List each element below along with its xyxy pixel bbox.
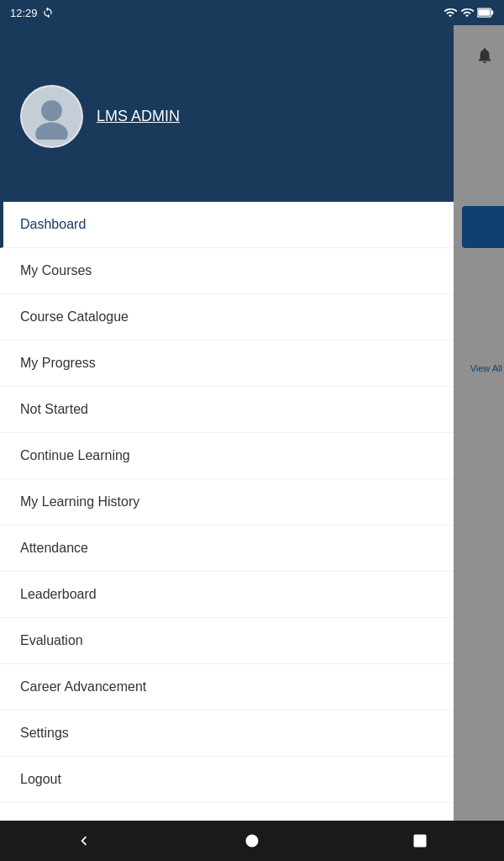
user-profile-area: LMS ADMIN xyxy=(20,85,180,148)
wifi-icon xyxy=(444,6,457,19)
navigation-drawer: LMS ADMIN DashboardMy CoursesCourse Cata… xyxy=(0,0,454,861)
nav-item-label: Course Catalogue xyxy=(20,309,129,325)
status-bar: 12:29 xyxy=(0,0,504,25)
nav-item-dashboard[interactable]: Dashboard xyxy=(0,202,454,248)
battery-icon xyxy=(477,7,494,18)
svg-point-5 xyxy=(246,835,259,848)
nav-item-label: My Learning History xyxy=(20,494,139,510)
nav-item-continue-learning[interactable]: Continue Learning xyxy=(0,433,454,479)
status-icons xyxy=(444,6,494,19)
nav-item-career-advancement[interactable]: Career Advancement xyxy=(0,664,454,710)
nav-item-not-started[interactable]: Not Started xyxy=(0,387,454,433)
recents-button[interactable] xyxy=(399,824,441,858)
svg-rect-6 xyxy=(414,835,427,848)
nav-item-label: Attendance xyxy=(20,541,88,556)
svg-point-4 xyxy=(35,122,68,140)
nav-item-label: Continue Learning xyxy=(20,448,130,463)
nav-item-label: My Courses xyxy=(20,263,92,278)
nav-item-label: Settings xyxy=(20,726,69,741)
nav-item-logout[interactable]: Logout xyxy=(0,757,454,803)
nav-item-settings[interactable]: Settings xyxy=(0,710,454,757)
nav-item-label: Evaluation xyxy=(20,633,83,648)
nav-item-label: Leaderboard xyxy=(20,587,97,602)
nav-item-my-courses[interactable]: My Courses xyxy=(0,248,454,294)
nav-item-label: Logout xyxy=(20,772,61,787)
bottom-navigation xyxy=(0,821,504,861)
nav-item-course-catalogue[interactable]: Course Catalogue xyxy=(0,294,454,341)
drawer-header: LMS ADMIN xyxy=(0,0,454,202)
status-time-area: 12:29 xyxy=(10,7,54,19)
nav-item-leaderboard[interactable]: Leaderboard xyxy=(0,572,454,618)
nav-item-my-progress[interactable]: My Progress xyxy=(0,341,454,387)
nav-item-label: Career Advancement xyxy=(20,679,146,695)
svg-rect-1 xyxy=(491,11,494,15)
nav-item-label: My Progress xyxy=(20,356,96,371)
avatar-icon xyxy=(29,93,75,140)
svg-rect-2 xyxy=(478,9,490,16)
time-display: 12:29 xyxy=(10,7,38,19)
nav-item-label: Dashboard xyxy=(20,217,86,232)
sync-icon xyxy=(42,7,54,18)
home-button[interactable] xyxy=(231,824,273,858)
back-button[interactable] xyxy=(63,824,105,858)
svg-point-3 xyxy=(41,100,62,121)
avatar xyxy=(20,85,83,148)
signal-icon xyxy=(460,6,474,19)
user-name[interactable]: LMS ADMIN xyxy=(97,108,180,125)
nav-item-label: Not Started xyxy=(20,402,88,417)
nav-item-attendance[interactable]: Attendance xyxy=(0,526,454,572)
nav-item-evaluation[interactable]: Evaluation xyxy=(0,618,454,664)
nav-menu: DashboardMy CoursesCourse CatalogueMy Pr… xyxy=(0,202,454,861)
nav-item-my-learning-history[interactable]: My Learning History xyxy=(0,479,454,526)
